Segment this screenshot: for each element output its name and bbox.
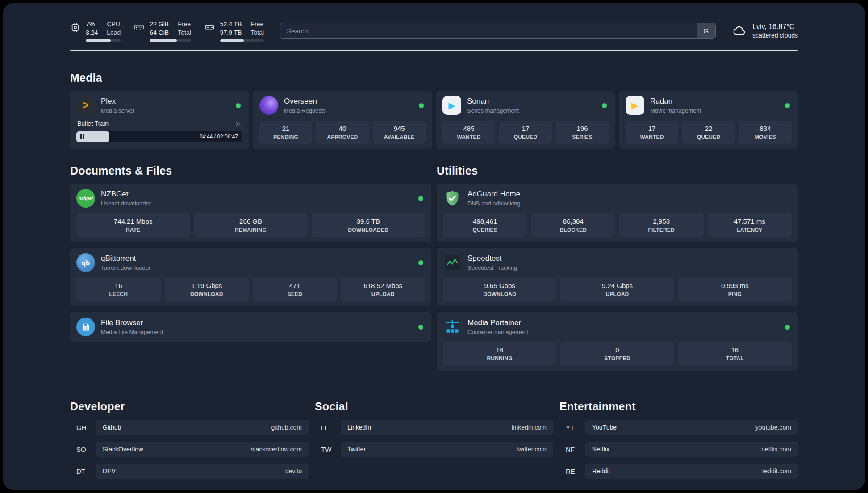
adguard-shield-icon[interactable]	[443, 189, 462, 208]
stat-tile-stopped: 0STOPPED	[560, 342, 674, 365]
weather-location: Lviv, 16.87°C	[752, 22, 798, 32]
app-description-plex: Media server	[101, 107, 230, 114]
bookmark-link-youtube[interactable]: YouTube youtube.com	[585, 420, 798, 435]
section-title-social: Social	[315, 400, 553, 413]
bookmark-row-linkedin: LI LinkedIn linkedin.com	[315, 420, 553, 435]
ram-icon	[134, 22, 144, 34]
stat-tile-pending: 21PENDING	[259, 121, 312, 144]
cpu-widget: 7% 3.24 CPU Load	[70, 20, 121, 42]
bookmark-row-github: GH Github github.com	[70, 420, 309, 435]
search-input[interactable]	[280, 27, 697, 35]
portainer-crane-icon[interactable]	[443, 318, 462, 336]
now-playing-title: Bullet Train	[77, 120, 108, 127]
bookmark-abbr: SO	[70, 446, 96, 453]
filebrowser-icon[interactable]	[76, 318, 95, 336]
cloud-icon	[732, 23, 747, 38]
search-bar[interactable]: G	[280, 23, 716, 39]
app-card-sonarr: ▶ Sonarr Series management 485WANTED 17Q…	[436, 91, 615, 149]
pause-icon[interactable]	[80, 134, 84, 139]
bookmark-row-stackoverflow: SO StackOverflow stackoverflow.com	[70, 442, 309, 457]
bookmark-abbr: GH	[70, 424, 96, 431]
app-name-radarr: Radarr	[650, 97, 779, 106]
speedtest-chart-icon[interactable]	[443, 253, 462, 272]
section-title-entertainment: Entertainment	[559, 400, 798, 413]
app-card-filebrowser: File Browser Media File Management	[70, 312, 431, 342]
ram-total-label: Total	[178, 29, 191, 37]
bookmark-group-entertainment: Entertainment YT YouTube youtube.com NF …	[559, 400, 798, 479]
bookmark-row-youtube: YT YouTube youtube.com	[559, 420, 798, 435]
stat-tile-running: 16RUNNING	[443, 342, 556, 365]
app-card-nzbget: nzbget NZBGet Usenet downloader 744.21 M…	[70, 184, 431, 242]
bookmark-link-reddit[interactable]: Reddit reddit.com	[585, 464, 798, 479]
overseerr-icon[interactable]	[259, 96, 278, 115]
app-name-sonarr: Sonarr	[467, 97, 596, 106]
app-description-nzbget: Usenet downloader	[101, 200, 413, 207]
radarr-icon[interactable]: ▶	[626, 96, 644, 115]
stat-tile-movies: 834MOVIES	[739, 121, 792, 144]
stat-tile-rate: 744.21 MbpsRATE	[76, 213, 190, 237]
settings-gear-icon[interactable]	[235, 121, 242, 127]
app-card-plex: > Plex Media server Bullet Train	[70, 91, 249, 149]
app-description-qbittorrent: Torrent downloader	[101, 264, 413, 271]
section-title-documents: Documents & Files	[70, 164, 431, 177]
cpu-load-label: Load	[107, 29, 121, 37]
bookmark-abbr: NF	[559, 446, 585, 453]
bookmark-link-twitter[interactable]: Twitter twitter.com	[341, 442, 553, 457]
bookmark-group-social: Social LI LinkedIn linkedin.com TW Twitt…	[315, 400, 553, 457]
app-name-filebrowser: File Browser	[101, 318, 413, 327]
section-utilities: Utilities AdGuard Home DNS and adblockin…	[437, 164, 798, 371]
hard-drive-icon	[204, 22, 215, 34]
stat-tile-approved: 40APPROVED	[316, 121, 369, 144]
app-name-speedtest: Speedtest	[467, 254, 792, 263]
topbar: 7% 3.24 CPU Load	[70, 18, 798, 44]
disk-free-value: 52.4 TB	[220, 20, 242, 29]
sonarr-icon[interactable]: ▶	[442, 96, 461, 115]
stat-tile-downloaded: 39.6 TBDOWNLOADED	[312, 213, 425, 237]
stat-tile-remaining: 266 GBREMAINING	[194, 213, 307, 237]
app-card-qbittorrent: qb qBittorrent Torrent downloader 16LEEC…	[70, 248, 431, 306]
stat-tile-queued: 22QUEUED	[682, 121, 735, 144]
cpu-label: CPU	[107, 20, 121, 29]
app-description-radarr: Movie management	[650, 107, 779, 114]
bookmark-link-stackoverflow[interactable]: StackOverflow stackoverflow.com	[96, 442, 309, 457]
dashboard-page: 7% 3.24 CPU Load	[3, 3, 865, 490]
header-divider	[70, 50, 798, 51]
bookmark-row-reddit: RE Reddit reddit.com	[559, 464, 798, 479]
status-online-dot	[418, 325, 423, 330]
bookmark-link-linkedin[interactable]: LinkedIn linkedin.com	[341, 420, 553, 435]
bookmark-abbr: LI	[315, 424, 341, 431]
playback-time: 24:44 / 02:06:47	[199, 134, 238, 140]
app-card-portainer: Media Portainer Container management 16R…	[437, 312, 798, 371]
stat-tile-filtered: 2,953FILTERED	[619, 213, 704, 237]
bookmark-row-netflix: NF Netflix netflix.com	[559, 442, 798, 457]
app-card-adguard: AdGuard Home DNS and adblocking 498,461Q…	[437, 184, 798, 242]
weather-widget: Lviv, 16.87°C scattered clouds	[732, 22, 798, 40]
ram-total-value: 64 GiB	[150, 29, 169, 37]
section-media: Media > Plex Media server Bullet Train	[70, 71, 798, 149]
bookmark-link-dev[interactable]: DEV dev.to	[96, 464, 309, 479]
bookmark-link-netflix[interactable]: Netflix netflix.com	[585, 442, 798, 457]
stat-tile-series: 196SERIES	[556, 121, 609, 144]
app-description-sonarr: Series management	[467, 107, 596, 114]
app-card-speedtest: Speedtest Speedtest Tracking 9.65 GbpsDO…	[437, 248, 798, 306]
app-name-nzbget: NZBGet	[101, 190, 413, 199]
status-online-dot	[236, 103, 241, 108]
status-online-dot	[785, 325, 790, 330]
app-description-speedtest: Speedtest Tracking	[467, 264, 792, 271]
nzbget-icon[interactable]: nzbget	[76, 189, 95, 208]
search-engine-button[interactable]: G	[697, 23, 715, 38]
stat-tile-seed: 471SEED	[253, 278, 337, 301]
section-documents: Documents & Files nzbget NZBGet Usenet d…	[70, 164, 431, 342]
qbittorrent-icon[interactable]: qb	[76, 253, 95, 272]
bookmark-link-github[interactable]: Github github.com	[96, 420, 309, 435]
bookmark-group-developer: Developer GH Github github.com SO StackO…	[70, 400, 309, 479]
disk-total-label: Total	[251, 29, 264, 37]
disk-free-label: Free	[251, 20, 264, 29]
stat-tile-latency: 47.571 msLATENCY	[708, 213, 792, 237]
app-description-overseerr: Media Requests	[284, 107, 413, 114]
plex-icon[interactable]: >	[76, 96, 95, 115]
cpu-load-value: 3.24	[86, 29, 98, 37]
playback-progress-bar[interactable]: 24:44 / 02:06:47	[76, 131, 242, 142]
app-card-overseerr: Overseerr Media Requests 21PENDING 40APP…	[253, 91, 432, 149]
stat-tile-available: 945AVAILABLE	[373, 121, 426, 144]
